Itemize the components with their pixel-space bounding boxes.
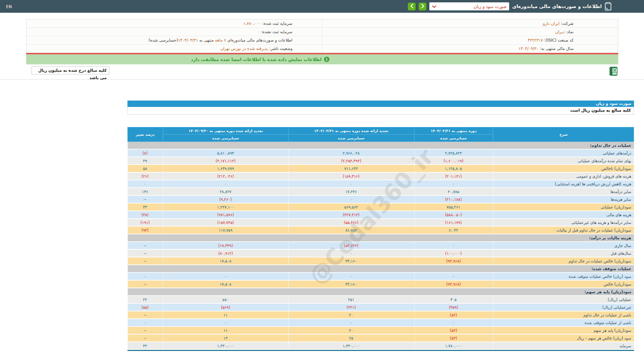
percent-change-cell: -- [127,281,163,288]
company-info-left-column: سرمایه ثبت شده: ۱,۷۸۰,۰۰۰سرمایه ثبت نشده… [26,19,322,53]
excel-export-icon[interactable] [609,66,618,77]
section-label: عملیات در حال تداوم: [127,142,634,149]
table-row: درآمدهای عملیاتی۲,۷۲۵,۸۲۴۲,۹۶۶,۰۲۸۵,۸۱۰,… [127,149,634,157]
company-info-row: سرمایه ثبت شده: ۱,۷۸۰,۰۰۰ [26,19,322,28]
info-label: اطلاعات و صورت‌های مالی میاندوره‌ای [226,38,292,43]
company-info-row: نماد: دیران [322,28,618,36]
table-row: سود (زیان) خالص هر سهم – ریال(۵۳)۲۵۱۳-- [127,335,634,342]
audited-label-restated-year: حسابرسی شده [163,134,288,142]
row-label: غیرعملیاتی (ریال) [493,304,634,311]
value-cell: ۱۱۷,۷۵۹ [163,227,288,234]
row-label: سود(زیان) ناخالص [493,165,634,173]
info-value: ۶ ماهه [215,38,226,43]
chevron-right-icon [421,4,424,9]
value-cell: (۱۹,۳۳۹) [163,242,288,250]
next-statement-button[interactable] [419,3,426,10]
signature-match-inner: i اطلاعات نمایش داده شده با اطلاعات امضا… [191,57,329,62]
percent-change-cell: -- [127,250,163,257]
value-cell: (۹۳,۹۶۸) [414,281,493,288]
company-info-row: سرمایه ثبت نشده: ۰ [26,28,322,36]
info-label: منتهی به [198,38,215,43]
company-info-right-column: شرکت: ایران دارونماد: دیرانکد صنعت (ISIC… [322,19,618,53]
table-row: سال جاری۰(۵۳,۶۲۴)(۱۹,۳۳۹)-- [127,242,634,250]
info-label: شرکت: [559,21,574,26]
value-cell: ۰ [414,273,493,281]
percent-change-cell: (۲۶) [127,173,163,180]
row-label: سایر درآمدها و هزینه های غیرعملیاتی [493,219,634,227]
value-cell: ۲۸,۸۲۷ [163,188,288,196]
info-label: سال مالی منتهی به: [539,46,574,51]
row-label: سایر هزینه‌ها [493,196,634,203]
top-navigation-bar: اطلاعات و صورت‌های مالی میاندوره‌ای صورت… [0,0,644,13]
audited-label-restated-half: حسابرسی شده [288,134,414,142]
table-section-row: سود(زیان) پایه هر سهم: [127,288,634,296]
table-header-row-1: شرح دوره منتهی به ۱۴۰۴/۰۳/۳۱ تجدید ارائه… [127,127,634,134]
statement-title-bar: صورت سود و زیان [127,101,634,107]
value-cell: (۲۳۱) [288,304,414,311]
value-cell: (۲۰۱,۱۴۱) [414,173,493,180]
percent-change-cell: ۳۴ [127,342,163,350]
info-value: ۱۴۰۴/۰۳/۳۱ [178,38,198,43]
value-cell: (۱۵۹,۳۱۶) [288,173,414,180]
info-label: نماد: [565,29,574,34]
column-header-restated-year: تجدید ارائه شده دوره منتهی به ۱۴۰۳/۰۹/۳۰ [163,127,288,134]
percent-change-cell: ۲۲ [127,296,163,304]
percent-change-cell: ۰ [127,180,163,188]
table-row: ناشی از عملیات متوقف شده۰۰۰۰ [127,319,634,327]
row-label: هزینه کاهش ارزش دریافتنی ها (هزینه استثن… [493,180,634,188]
row-label: سود(زیان) پایه هر سهم [493,327,634,335]
percent-change-cell: -- [127,257,163,265]
percent-change-cell: ۲۹ [127,157,163,165]
statement-select-value: صورت سود و زیان [474,4,506,9]
value-cell: (۳۵۹) [414,304,493,311]
income-statement-table: شرح دوره منتهی به ۱۴۰۴/۰۳/۳۱ تجدید ارائه… [127,127,634,351]
info-value: ایران دارو [543,21,559,26]
row-label: درآمدهای عملیاتی [493,149,634,157]
info-value: ۱۴۰۴/۰۹/۳۰ [519,46,539,51]
table-row: ناشی از عملیات در حال تداوم(۵۴)۲۰۱۱-- [127,311,634,319]
row-label: سود (زیان) خالص هر سهم – ریال [493,335,634,342]
table-row: عملیاتی (ریال)۳۰۵۲۵۱۵۸۰۲۲ [127,296,634,304]
percent-change-cell: ۱۳۶ [127,188,163,196]
info-label: (حسابرسی شده) [149,38,178,43]
row-label: بهای تمام شده درآمدهای عملیاتی [493,157,634,165]
value-cell: ۴۰,۷۸۵ [414,188,493,196]
value-cell: ۱,۲۴۷,۱۰۰ [163,203,288,211]
table-row: هزینه کاهش ارزش دریافتنی ها (هزینه استثن… [127,180,634,188]
amounts-note-box: کلیه مبالغ درج شده به میلیون ریال می باش… [32,66,109,74]
row-label: سود(زیان) خالص [493,281,634,288]
row-label: سود(زیان) عملیات در حال تداوم قبل از مال… [493,227,634,234]
info-label: سرمایه ثبت نشده: [260,29,292,34]
value-cell: (۲۱۰,۱۸۸) [414,196,493,203]
row-label: سایر درآمدها [493,188,634,196]
value-cell: ۱۷,۵۰۸ [163,281,288,288]
language-toggle-en[interactable]: EN [6,4,12,9]
value-cell: ۱,۳۳۰,۰۰۰ [288,342,414,350]
table-row: سود(زیان) پایه هر سهم(۵۴)۲۰۱۱-- [127,327,634,335]
chevron-left-icon [410,4,414,9]
units-note-row: کلیه مبالغ به میلیون ریال است [127,107,634,115]
row-label: سود(زیان) عملیاتی [493,203,634,211]
row-label: ناشی از عملیات متوقف شده [493,319,634,327]
table-row: سرمایه۱,۷۸۰,۰۰۰۱,۳۳۰,۰۰۰۱,۳۳۰,۰۰۰۳۴ [127,342,634,350]
value-cell: ۰ [288,273,414,281]
company-info-row: اطلاعات و صورت‌های مالی میاندوره‌ای ۶ ما… [26,36,322,45]
value-cell: ۲۰ [288,327,414,335]
value-cell: ۱۳ [163,335,288,342]
statement-select-dropdown[interactable]: صورت سود و زیان [429,2,509,10]
value-cell: ۲,۷۲۵,۸۲۴ [414,149,493,157]
table-section-row: عملیات متوقف شده: [127,265,634,273]
value-cell: ۰ [414,319,493,327]
table-section-row: عملیات در حال تداوم: [127,142,634,149]
value-cell: (۵۵,۴۶۶) [288,219,414,227]
previous-statement-button[interactable] [408,3,416,10]
value-cell: ۳۳,۱۶۰ [288,257,414,265]
section-label: عملیات متوقف شده: [127,265,634,273]
table-row: هزینه های فروش، اداری و عمومی(۲۰۱,۱۴۱)(۱… [127,173,634,180]
value-cell: ۰ [288,196,414,203]
value-cell: (۴۱۲,۰۴۶) [163,173,288,180]
company-info-row: وضعیت ناشر: پذیرفته شده در بورس تهران [26,45,322,53]
info-value: دیران [555,29,564,34]
audited-label-current: حسابرسی شده [414,134,493,142]
info-value: ۴۳۲۲۳۱۷ [528,38,543,43]
